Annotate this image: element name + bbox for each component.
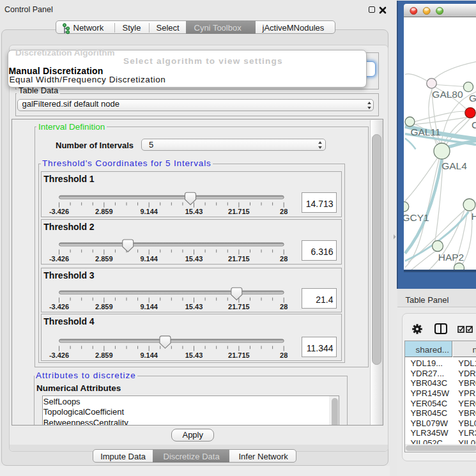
svg-text:21.715: 21.715 <box>228 208 250 215</box>
svg-text:15.43: 15.43 <box>185 255 203 263</box>
svg-text:21.715: 21.715 <box>228 255 250 263</box>
svg-text:-3.426: -3.426 <box>49 303 68 311</box>
svg-text:2.859: 2.859 <box>95 255 113 263</box>
svg-text:9.144: 9.144 <box>140 351 158 359</box>
svg-text:28: 28 <box>280 351 288 359</box>
svg-text:9.144: 9.144 <box>140 303 158 311</box>
svg-text:15.43: 15.43 <box>185 208 203 215</box>
svg-text:28: 28 <box>280 255 288 263</box>
svg-text:21.715: 21.715 <box>228 303 250 311</box>
svg-text:15.43: 15.43 <box>185 351 203 359</box>
svg-text:-3.426: -3.426 <box>49 208 68 215</box>
svg-text:28: 28 <box>280 208 288 215</box>
svg-text:21.715: 21.715 <box>228 351 250 359</box>
svg-text:2.859: 2.859 <box>95 208 113 215</box>
svg-text:-3.426: -3.426 <box>49 351 68 359</box>
svg-text:9.144: 9.144 <box>140 208 158 215</box>
svg-text:15.43: 15.43 <box>185 303 203 311</box>
svg-text:2.859: 2.859 <box>95 351 113 359</box>
svg-text:9.144: 9.144 <box>140 255 158 263</box>
svg-text:28: 28 <box>280 303 288 311</box>
svg-text:-3.426: -3.426 <box>49 255 68 263</box>
svg-text:2.859: 2.859 <box>95 303 113 311</box>
